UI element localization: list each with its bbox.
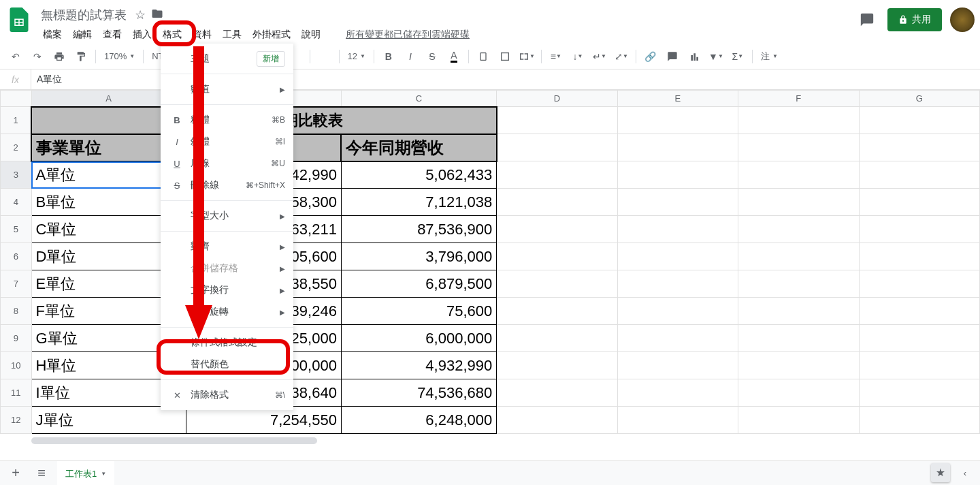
menu-item-italic[interactable]: I斜體⌘I bbox=[161, 131, 293, 153]
lock-icon bbox=[898, 15, 908, 25]
move-folder-icon[interactable] bbox=[151, 7, 163, 23]
star-icon[interactable]: ☆ bbox=[135, 7, 146, 22]
row-header-2[interactable]: 2 bbox=[1, 134, 32, 161]
save-status[interactable]: 所有變更都已儲存到雲端硬碟 bbox=[340, 26, 475, 44]
menu-item-altcolor[interactable]: 替代顏色 bbox=[161, 354, 293, 375]
cell-unit[interactable]: J單位 bbox=[31, 407, 186, 434]
row-header[interactable]: 12 bbox=[1, 407, 32, 434]
fill-color-button[interactable] bbox=[473, 47, 493, 66]
menu-item-conditional[interactable]: 條件式格式設定 bbox=[161, 332, 293, 354]
cell-this[interactable]: 4,932,990 bbox=[341, 352, 496, 379]
bold-button[interactable]: B bbox=[378, 47, 399, 66]
cell-this[interactable]: 6,879,500 bbox=[341, 270, 496, 298]
new-chip: 新增 bbox=[257, 51, 285, 67]
menu-item-bold[interactable]: B粗體⌘B bbox=[161, 109, 293, 131]
cell-this[interactable]: 6,000,000 bbox=[341, 325, 496, 352]
share-label: 共用 bbox=[912, 14, 931, 26]
menu-help[interactable]: 說明 bbox=[297, 26, 325, 44]
borders-button[interactable] bbox=[495, 47, 515, 66]
zoom-select[interactable]: 170%▼ bbox=[100, 47, 139, 66]
menu-item-number[interactable]: 數值▶ bbox=[161, 78, 293, 100]
spreadsheet-grid[interactable]: A B C D E F G 1 OO公司營收同期比較表 2 事業單位 去年營收 … bbox=[0, 90, 980, 444]
app-header: 無標題的試算表 ☆ 檔案 編輯 查看 插入 格式 資料 工具 外掛程式 說明 所… bbox=[0, 0, 980, 44]
formula-bar: fx A單位 bbox=[0, 69, 980, 90]
menu-item-fontsize[interactable]: 字型大小▶ bbox=[161, 205, 293, 227]
account-avatar[interactable] bbox=[950, 7, 975, 32]
corner-cell[interactable] bbox=[1, 91, 32, 107]
italic-button[interactable]: I bbox=[400, 47, 421, 66]
col-header-E[interactable]: E bbox=[617, 91, 738, 107]
paint-format-button[interactable] bbox=[71, 47, 91, 66]
format-menu-dropdown: 主題 新增 數值▶ B粗體⌘B I斜體⌘I U底線⌘U S刪除線⌘+Shift+… bbox=[161, 44, 293, 410]
sheets-logo-icon bbox=[10, 7, 29, 32]
fx-label: fx bbox=[0, 69, 31, 89]
functions-button[interactable]: Σ▼ bbox=[728, 47, 748, 66]
menubar: 檔案 編輯 查看 插入 格式 資料 工具 外掛程式 說明 所有變更都已儲存到雲端… bbox=[38, 26, 855, 44]
undo-button[interactable]: ↶ bbox=[5, 47, 26, 66]
cell-this[interactable]: 5,062,433 bbox=[341, 161, 496, 189]
row-header[interactable]: 3 bbox=[1, 161, 32, 189]
menu-view[interactable]: 查看 bbox=[98, 26, 127, 44]
col-header-D[interactable]: D bbox=[497, 91, 617, 107]
row-header-1[interactable]: 1 bbox=[1, 107, 32, 134]
font-size-select[interactable]: 12▼ bbox=[344, 47, 370, 66]
menu-data[interactable]: 資料 bbox=[188, 26, 216, 44]
menu-insert[interactable]: 插入 bbox=[128, 26, 157, 44]
chart-button[interactable] bbox=[684, 47, 704, 66]
menu-tools[interactable]: 工具 bbox=[218, 26, 246, 44]
filter-button[interactable]: ▼▼ bbox=[706, 47, 726, 66]
cell-last[interactable]: 7,254,550 bbox=[186, 407, 341, 434]
text-color-button[interactable]: A bbox=[444, 47, 464, 66]
merge-cells-button[interactable]: ▼ bbox=[517, 47, 537, 66]
cell-this[interactable]: 74,536,680 bbox=[341, 379, 496, 407]
comment-button[interactable] bbox=[662, 47, 683, 66]
cell-this[interactable]: 6,248,000 bbox=[341, 407, 496, 434]
menu-item-wrap[interactable]: 文字換行▶ bbox=[161, 279, 293, 301]
row-header[interactable]: 10 bbox=[1, 352, 32, 379]
menu-addons[interactable]: 外掛程式 bbox=[248, 26, 295, 44]
menu-item-clear[interactable]: ✕清除格式⌘\ bbox=[161, 384, 293, 406]
menu-item-theme[interactable]: 主題 新增 bbox=[161, 48, 293, 69]
menu-item-rotate[interactable]: 文字旋轉▶ bbox=[161, 301, 293, 323]
header-this[interactable]: 今年同期營收 bbox=[341, 134, 496, 161]
cell-this[interactable]: 3,796,000 bbox=[341, 243, 496, 270]
comment-history-icon[interactable] bbox=[855, 7, 879, 32]
menu-item-align[interactable]: 對齊▶ bbox=[161, 236, 293, 257]
rotate-button[interactable]: ⤢▼ bbox=[611, 47, 632, 66]
col-header-F[interactable]: F bbox=[738, 91, 859, 107]
redo-button[interactable]: ↷ bbox=[27, 47, 48, 66]
menu-item-strike[interactable]: S刪除線⌘+Shift+X bbox=[161, 174, 293, 196]
print-button[interactable] bbox=[49, 47, 69, 66]
row-header[interactable]: 11 bbox=[1, 379, 32, 407]
horizontal-scrollbar[interactable] bbox=[31, 437, 317, 444]
doc-title[interactable]: 無標題的試算表 bbox=[38, 5, 129, 25]
row-header[interactable]: 5 bbox=[1, 216, 32, 243]
menu-edit[interactable]: 編輯 bbox=[68, 26, 97, 44]
share-button[interactable]: 共用 bbox=[887, 8, 942, 31]
input-tools[interactable]: 注▼ bbox=[757, 47, 782, 66]
cell-this[interactable]: 75,600 bbox=[341, 298, 496, 325]
title-area: 無標題的試算表 ☆ 檔案 編輯 查看 插入 格式 資料 工具 外掛程式 說明 所… bbox=[38, 5, 855, 44]
menu-item-underline[interactable]: U底線⌘U bbox=[161, 153, 293, 174]
toolbar: ↶ ↷ 170%▼ NT 12▼ B I S A ▼ ≡▼ ↓▼ ↵▼ ⤢▼ 🔗… bbox=[0, 44, 980, 69]
menu-file[interactable]: 檔案 bbox=[38, 26, 67, 44]
menu-item-merge: 合併儲存格▶ bbox=[161, 257, 293, 279]
cell-this[interactable]: 7,121,038 bbox=[341, 189, 496, 216]
wrap-button[interactable]: ↵▼ bbox=[589, 47, 610, 66]
v-align-button[interactable]: ↓▼ bbox=[568, 47, 588, 66]
col-header-G[interactable]: G bbox=[859, 91, 980, 107]
h-align-button[interactable]: ≡▼ bbox=[546, 47, 566, 66]
sheets-logo[interactable] bbox=[5, 6, 33, 33]
link-button[interactable]: 🔗 bbox=[640, 47, 661, 66]
row-header[interactable]: 9 bbox=[1, 325, 32, 352]
row-header[interactable]: 8 bbox=[1, 298, 32, 325]
strikethrough-button[interactable]: S bbox=[422, 47, 442, 66]
menu-format[interactable]: 格式 bbox=[158, 26, 186, 44]
row-header[interactable]: 6 bbox=[1, 243, 32, 270]
row-header[interactable]: 7 bbox=[1, 270, 32, 298]
cell-this[interactable]: 87,536,900 bbox=[341, 216, 496, 243]
row-header[interactable]: 4 bbox=[1, 189, 32, 216]
col-header-C[interactable]: C bbox=[341, 91, 496, 107]
